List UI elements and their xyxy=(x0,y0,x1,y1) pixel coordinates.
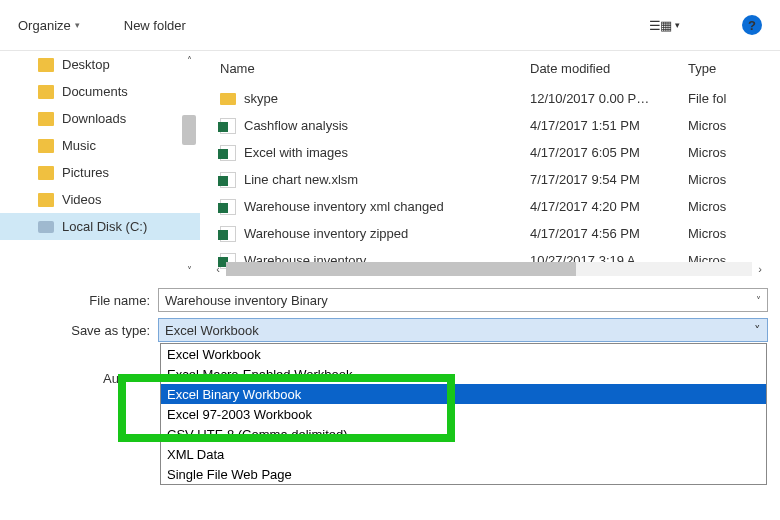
excel-icon xyxy=(220,199,236,215)
filename-value: Warehouse inventory Binary xyxy=(165,293,328,308)
dropdown-option[interactable]: Excel 97-2003 Workbook xyxy=(161,404,766,424)
file-name: skype xyxy=(244,91,278,106)
scroll-thumb[interactable] xyxy=(226,262,576,276)
nav-item-videos[interactable]: Videos xyxy=(0,186,200,213)
file-row[interactable]: skype12/10/2017 0.00 P…File fol xyxy=(200,85,780,112)
file-type: Micros xyxy=(688,172,758,187)
col-name-header[interactable]: Name xyxy=(220,61,530,76)
scroll-right-icon: › xyxy=(752,263,768,275)
new-folder-label: New folder xyxy=(124,18,186,33)
authors-label: Au xyxy=(103,371,119,386)
nav-label: Desktop xyxy=(62,57,110,72)
file-type: Micros xyxy=(688,226,758,241)
col-label: Type xyxy=(688,61,716,76)
file-date: 4/17/2017 4:56 PM xyxy=(530,226,688,241)
toolbar: Organize ▾ New folder ☰▦ ▾ ? xyxy=(0,0,780,50)
nav-label: Music xyxy=(62,138,96,153)
dropdown-option[interactable]: XML Data xyxy=(161,444,766,464)
saveas-value: Excel Workbook xyxy=(165,323,259,338)
nav-item-documents[interactable]: Documents xyxy=(0,78,200,105)
file-name: Warehouse inventory xml changed xyxy=(244,199,444,214)
excel-icon xyxy=(220,172,236,188)
dropdown-option[interactable]: Excel Workbook xyxy=(161,344,766,364)
chevron-down-icon: ▾ xyxy=(75,20,80,30)
organize-button[interactable]: Organize ▾ xyxy=(18,18,80,33)
folder-icon xyxy=(38,193,54,207)
list-icon: ☰▦ xyxy=(649,18,671,33)
file-name: Cashflow analysis xyxy=(244,118,348,133)
nav-label: Pictures xyxy=(62,165,109,180)
col-date-header[interactable]: Date modified xyxy=(530,61,688,76)
folder-icon xyxy=(38,112,54,126)
file-row[interactable]: Warehouse inventory xml changed4/17/2017… xyxy=(200,193,780,220)
filename-label: File name: xyxy=(0,293,158,308)
file-date: 4/17/2017 6:05 PM xyxy=(530,145,688,160)
save-form: File name: Warehouse inventory Binary ˅ … xyxy=(0,280,780,344)
file-row[interactable]: Warehouse inventory zipped4/17/2017 4:56… xyxy=(200,220,780,247)
new-folder-button[interactable]: New folder xyxy=(124,18,186,33)
folder-icon xyxy=(38,166,54,180)
nav-item-downloads[interactable]: Downloads xyxy=(0,105,200,132)
scroll-up-icon: ˄ xyxy=(187,55,192,66)
horizontal-scrollbar[interactable]: ‹ › xyxy=(210,260,768,278)
main-pane: Desktop Documents Downloads Music Pictur… xyxy=(0,50,780,280)
file-date: 7/17/2017 9:54 PM xyxy=(530,172,688,187)
col-label: Date modified xyxy=(530,61,610,76)
nav-label: Videos xyxy=(62,192,102,207)
folder-icon xyxy=(220,93,236,105)
file-date: 12/10/2017 0.00 P… xyxy=(530,91,688,106)
file-date: 4/17/2017 1:51 PM xyxy=(530,118,688,133)
nav-item-local-disk[interactable]: Local Disk (C:) xyxy=(0,213,200,240)
file-row[interactable]: Excel with images4/17/2017 6:05 PMMicros xyxy=(200,139,780,166)
scroll-down-icon: ˅ xyxy=(187,265,192,276)
nav-scrollbar[interactable]: ˄ ˅ xyxy=(180,55,198,276)
view-button[interactable]: ☰▦ ▾ xyxy=(649,18,680,33)
disk-icon xyxy=(38,221,54,233)
filename-row: File name: Warehouse inventory Binary ˅ xyxy=(0,286,768,314)
saveas-dropdown: Excel WorkbookExcel Macro-Enabled Workbo… xyxy=(160,343,767,485)
organize-label: Organize xyxy=(18,18,71,33)
nav-label: Local Disk (C:) xyxy=(62,219,147,234)
col-label: Name xyxy=(220,61,255,76)
file-name: Warehouse inventory zipped xyxy=(244,226,408,241)
dropdown-option[interactable]: CSV UTF-8 (Comma delimited) xyxy=(161,424,766,444)
nav-label: Downloads xyxy=(62,111,126,126)
scroll-thumb[interactable] xyxy=(182,115,196,145)
saveas-select[interactable]: Excel Workbook ˅ xyxy=(158,318,768,342)
dropdown-option[interactable]: Excel Binary Workbook xyxy=(161,384,766,404)
chevron-down-icon: ˅ xyxy=(754,323,761,338)
file-type: Micros xyxy=(688,118,758,133)
nav-label: Documents xyxy=(62,84,128,99)
dropdown-option[interactable]: Excel Macro-Enabled Workbook xyxy=(161,364,766,384)
filename-input[interactable]: Warehouse inventory Binary ˅ xyxy=(158,288,768,312)
col-type-header[interactable]: Type xyxy=(688,61,758,76)
file-date: 4/17/2017 4:20 PM xyxy=(530,199,688,214)
chevron-down-icon: ▾ xyxy=(675,20,680,30)
nav-item-music[interactable]: Music xyxy=(0,132,200,159)
file-list: Name Date modified Type skype12/10/2017 … xyxy=(200,51,780,280)
file-type: Micros xyxy=(688,199,758,214)
nav-tree: Desktop Documents Downloads Music Pictur… xyxy=(0,51,200,280)
dropdown-option[interactable]: Single File Web Page xyxy=(161,464,766,484)
excel-icon xyxy=(220,226,236,242)
excel-icon xyxy=(220,118,236,134)
folder-icon xyxy=(38,139,54,153)
help-icon: ? xyxy=(748,18,756,33)
file-name: Excel with images xyxy=(244,145,348,160)
nav-item-pictures[interactable]: Pictures xyxy=(0,159,200,186)
nav-item-desktop[interactable]: Desktop xyxy=(0,51,200,78)
file-type: Micros xyxy=(688,145,758,160)
folder-icon xyxy=(38,58,54,72)
help-button[interactable]: ? xyxy=(742,15,762,35)
chevron-down-icon: ˅ xyxy=(756,295,761,306)
excel-icon xyxy=(220,145,236,161)
column-headers: Name Date modified Type xyxy=(200,51,780,85)
scroll-left-icon: ‹ xyxy=(210,263,226,275)
saveas-label: Save as type: xyxy=(0,323,158,338)
saveas-row: Save as type: Excel Workbook ˅ xyxy=(0,316,768,344)
file-type: File fol xyxy=(688,91,758,106)
file-row[interactable]: Line chart new.xlsm7/17/2017 9:54 PMMicr… xyxy=(200,166,780,193)
file-rows: skype12/10/2017 0.00 P…File folCashflow … xyxy=(200,85,780,274)
folder-icon xyxy=(38,85,54,99)
file-row[interactable]: Cashflow analysis4/17/2017 1:51 PMMicros xyxy=(200,112,780,139)
